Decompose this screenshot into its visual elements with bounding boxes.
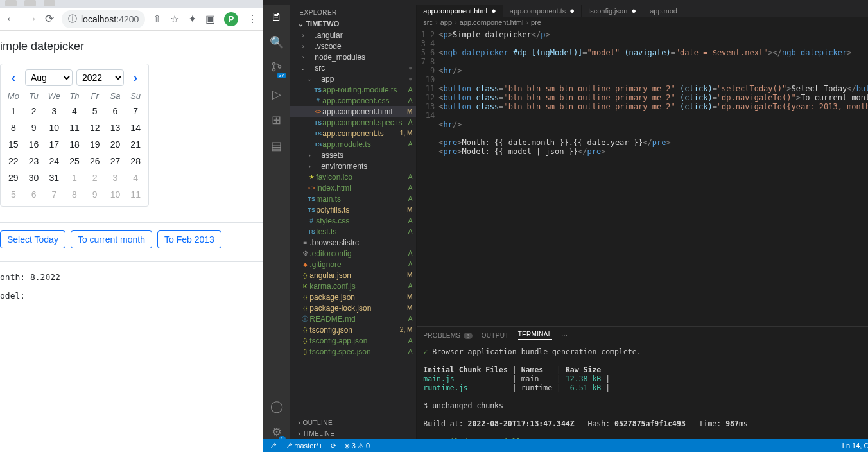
tree-item[interactable]: .browserslistrc bbox=[290, 237, 416, 248]
remote-indicator[interactable]: ⎇ bbox=[268, 442, 277, 450]
cursor-position[interactable]: Ln 14, Col 37 bbox=[842, 442, 868, 449]
browser-tab[interactable] bbox=[44, 0, 55, 6]
select-today-button[interactable]: Select Today bbox=[0, 230, 65, 248]
run-debug-icon[interactable]: ▷ bbox=[272, 87, 281, 101]
breadcrumbs[interactable]: src›app›app.component.html›pre bbox=[417, 17, 868, 28]
tree-item[interactable]: .editorconfigA bbox=[290, 248, 416, 259]
day-cell[interactable]: 5 bbox=[85, 106, 105, 116]
day-cell[interactable]: 7 bbox=[125, 106, 146, 116]
site-info-icon[interactable]: ⓘ bbox=[68, 13, 77, 25]
day-cell[interactable]: 18 bbox=[64, 139, 85, 150]
explorer-icon[interactable]: 🗎 bbox=[271, 10, 282, 24]
tree-item[interactable]: tsconfig.spec.jsonA bbox=[290, 346, 416, 357]
share-icon[interactable]: ⇧ bbox=[153, 13, 161, 25]
sidepanel-icon[interactable]: ▣ bbox=[205, 13, 215, 25]
day-cell[interactable]: 14 bbox=[125, 123, 146, 133]
remote-explorer-icon[interactable]: ▤ bbox=[271, 139, 282, 153]
tree-item[interactable]: app.component.spec.tsA bbox=[290, 117, 416, 128]
tree-item[interactable]: ›node_modules bbox=[290, 51, 416, 62]
day-cell[interactable]: 19 bbox=[85, 139, 105, 150]
timeline-section[interactable]: Timeline bbox=[290, 428, 416, 439]
project-name[interactable]: ⌄ TIMETWO bbox=[290, 19, 416, 30]
editor-tab[interactable]: app.component.html● bbox=[417, 5, 503, 17]
to-current-month-button[interactable]: To current month bbox=[71, 230, 152, 248]
day-cell[interactable]: 10 bbox=[44, 123, 64, 133]
day-cell[interactable]: 25 bbox=[64, 156, 85, 166]
tree-item[interactable]: ›.vscode bbox=[290, 40, 416, 51]
day-cell[interactable]: 20 bbox=[105, 139, 126, 150]
omnibox[interactable]: ⓘ localhost:4200 bbox=[62, 10, 145, 28]
to-feb-2013-button[interactable]: To Feb 2013 bbox=[157, 230, 221, 248]
chrome-menu-icon[interactable]: ⋮ bbox=[247, 13, 257, 25]
outline-section[interactable]: Outline bbox=[290, 417, 416, 428]
tree-item[interactable]: README.mdA bbox=[290, 313, 416, 324]
tree-item[interactable]: test.tsA bbox=[290, 226, 416, 237]
day-cell[interactable]: 28 bbox=[125, 156, 146, 166]
day-cell[interactable]: 22 bbox=[3, 156, 24, 166]
year-select[interactable]: 2022 bbox=[76, 69, 124, 86]
back-button[interactable]: ← bbox=[5, 12, 17, 26]
day-cell[interactable]: 30 bbox=[24, 173, 44, 183]
tree-item[interactable]: package.jsonM bbox=[290, 291, 416, 302]
day-cell[interactable]: 8 bbox=[3, 123, 24, 133]
tree-item[interactable]: tsconfig.app.jsonA bbox=[290, 335, 416, 346]
day-cell[interactable]: 3 bbox=[44, 106, 64, 116]
search-icon[interactable]: 🔍 bbox=[270, 35, 284, 49]
extensions-icon[interactable]: ✦ bbox=[188, 13, 196, 25]
day-cell[interactable]: 26 bbox=[85, 156, 105, 166]
output-tab[interactable]: OUTPUT bbox=[482, 332, 509, 339]
terminal-tab[interactable]: TERMINAL bbox=[518, 331, 552, 340]
code-editor[interactable]: <p>Simple datepicker</p> <ngb-datepicker… bbox=[438, 28, 868, 326]
profile-avatar[interactable]: P bbox=[224, 12, 238, 26]
tree-item[interactable]: app.component.htmlM bbox=[290, 106, 416, 117]
day-cell[interactable]: 13 bbox=[105, 123, 126, 133]
tree-item[interactable]: app.component.cssA bbox=[290, 95, 416, 106]
problems-tab[interactable]: PROBLEMS 3 bbox=[423, 332, 472, 339]
tree-item[interactable]: favicon.icoA bbox=[290, 171, 416, 182]
day-cell[interactable]: 23 bbox=[24, 156, 44, 166]
git-branch[interactable]: ⎇ master*+ bbox=[284, 442, 322, 450]
tree-item[interactable]: angular.jsonM bbox=[290, 270, 416, 281]
tree-item[interactable]: app.component.ts1, M bbox=[290, 128, 416, 139]
accounts-icon[interactable]: ◯ bbox=[270, 399, 283, 413]
tree-item[interactable]: ›assets bbox=[290, 150, 416, 161]
tree-item[interactable]: ⌄app● bbox=[290, 73, 416, 84]
tree-item[interactable]: polyfills.tsM bbox=[290, 204, 416, 215]
browser-tab[interactable] bbox=[5, 0, 17, 6]
day-cell[interactable]: 31 bbox=[44, 173, 64, 183]
reload-button[interactable]: ⟳ bbox=[45, 12, 54, 26]
tree-item[interactable]: index.htmlA bbox=[290, 182, 416, 193]
tree-item[interactable]: ›environments bbox=[290, 161, 416, 171]
problems-status[interactable]: ⊗ 3 ⚠ 0 bbox=[344, 442, 370, 450]
editor-tab[interactable]: tsconfig.json● bbox=[582, 5, 643, 17]
panel-more-icon[interactable]: ⋯ bbox=[561, 332, 568, 339]
day-cell[interactable]: 27 bbox=[105, 156, 126, 166]
next-month-button[interactable]: › bbox=[128, 70, 143, 85]
day-cell[interactable]: 15 bbox=[3, 139, 24, 150]
extensions-icon[interactable]: ⊞ bbox=[272, 113, 281, 127]
tree-item[interactable]: ⌄src● bbox=[290, 62, 416, 73]
day-cell[interactable]: 4 bbox=[64, 106, 85, 116]
day-cell[interactable]: 9 bbox=[24, 123, 44, 133]
tree-item[interactable]: package-lock.jsonM bbox=[290, 302, 416, 313]
tree-item[interactable]: karma.conf.jsA bbox=[290, 281, 416, 291]
tree-item[interactable]: ›.angular bbox=[290, 30, 416, 40]
tree-item[interactable]: app-routing.module.tsA bbox=[290, 84, 416, 95]
day-cell[interactable]: 11 bbox=[64, 123, 85, 133]
tree-item[interactable]: .gitignoreA bbox=[290, 259, 416, 270]
day-cell[interactable]: 6 bbox=[105, 106, 126, 116]
bookmark-icon[interactable]: ☆ bbox=[170, 13, 179, 25]
tree-item[interactable]: styles.cssA bbox=[290, 215, 416, 226]
terminal-output[interactable]: ✓ Browser application bundle generation … bbox=[417, 343, 868, 439]
day-cell[interactable]: 16 bbox=[24, 139, 44, 150]
editor-tab[interactable]: app.mod bbox=[643, 5, 684, 17]
day-cell[interactable]: 2 bbox=[24, 106, 44, 116]
git-sync[interactable]: ⟳ bbox=[331, 442, 336, 450]
source-control-icon[interactable]: 37 bbox=[271, 61, 282, 76]
editor-tab[interactable]: app.component.ts● bbox=[503, 5, 582, 17]
tree-item[interactable]: tsconfig.json2, M bbox=[290, 324, 416, 335]
tree-item[interactable]: main.tsA bbox=[290, 193, 416, 204]
day-cell[interactable]: 21 bbox=[125, 139, 146, 150]
prev-month-button[interactable]: ‹ bbox=[6, 70, 21, 85]
day-cell[interactable]: 12 bbox=[85, 123, 105, 133]
